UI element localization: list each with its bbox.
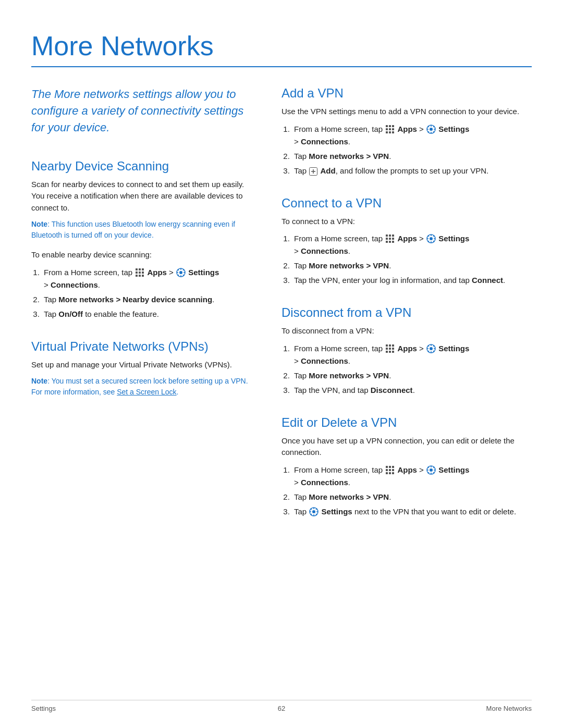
step-item: Tap the VPN, enter your log in informati…	[292, 274, 532, 287]
step-item: From a Home screen, tap	[292, 232, 532, 257]
svg-rect-19	[386, 125, 388, 127]
svg-rect-22	[386, 128, 388, 130]
note-nearby: Note: This function uses Bluetooth low e…	[31, 219, 250, 241]
apps-icon	[385, 125, 395, 134]
step-item: Tap	[292, 505, 532, 518]
svg-point-70	[430, 347, 433, 350]
settings-icon	[176, 268, 186, 277]
step-item: Tap the VPN, and tap Disconnect.	[292, 384, 532, 397]
svg-rect-42	[389, 235, 391, 237]
svg-rect-48	[389, 241, 391, 243]
svg-rect-62	[392, 344, 394, 347]
step-item: Tap More networks > VPN.	[292, 260, 532, 272]
svg-rect-65	[392, 348, 394, 350]
section-title-vpns: Virtual Private Networks (VPNs)	[31, 339, 250, 354]
settings-icon	[426, 234, 436, 243]
step-item: Tap More networks > VPN.	[292, 369, 532, 382]
svg-point-99	[312, 510, 315, 513]
svg-rect-20	[389, 125, 391, 127]
section-add-vpn: Add a VPN Use the VPN settings menu to a…	[282, 86, 532, 177]
svg-rect-87	[392, 472, 394, 474]
svg-rect-43	[392, 235, 394, 237]
svg-rect-85	[386, 472, 388, 474]
page-container: More Networks The More networks settings…	[0, 0, 563, 578]
steps-list-disconnect-vpn: From a Home screen, tap	[292, 342, 532, 397]
section-connect-vpn: Connect to a VPN To connect to a VPN: Fr…	[282, 196, 532, 287]
step-item: Tap More networks > VPN.	[292, 491, 532, 503]
svg-rect-81	[392, 466, 394, 468]
title-divider	[31, 66, 532, 67]
settings-icon	[426, 125, 436, 134]
svg-rect-41	[386, 235, 388, 237]
settings-icon	[426, 344, 436, 353]
svg-rect-5	[142, 272, 144, 274]
svg-rect-26	[389, 131, 391, 133]
page-title: More Networks	[31, 31, 532, 61]
section-body-disconnect-vpn: To disconnect from a VPN:	[282, 325, 532, 337]
svg-rect-46	[392, 238, 394, 240]
svg-rect-86	[389, 472, 391, 474]
steps-list-nearby: From a Home screen, tap	[42, 266, 250, 320]
steps-list-add-vpn: From a Home screen, tap	[292, 123, 532, 177]
section-vpns: Virtual Private Networks (VPNs) Set up a…	[31, 339, 250, 398]
svg-point-51	[430, 237, 433, 240]
svg-rect-27	[392, 131, 394, 133]
svg-rect-45	[389, 238, 391, 240]
footer-page-number: 62	[278, 705, 285, 712]
svg-rect-23	[389, 128, 391, 130]
svg-point-10	[179, 271, 182, 274]
footer-left: Settings	[31, 705, 56, 712]
svg-point-89	[430, 468, 433, 472]
step-item: From a Home screen, tap	[292, 123, 532, 148]
svg-rect-6	[136, 275, 138, 277]
svg-rect-49	[392, 241, 394, 243]
svg-rect-66	[386, 351, 388, 353]
svg-rect-68	[392, 351, 394, 353]
step-item: From a Home screen, tap	[292, 464, 532, 489]
svg-point-29	[430, 128, 433, 131]
section-title-disconnect-vpn: Disconnect from a VPN	[282, 305, 532, 320]
steps-list-edit-delete-vpn: From a Home screen, tap	[292, 464, 532, 518]
svg-rect-60	[386, 344, 388, 347]
apps-icon	[385, 234, 395, 243]
step-item: Tap Add, and follow the prompts to set u…	[292, 165, 532, 177]
svg-rect-24	[392, 128, 394, 130]
right-column: Add a VPN Use the VPN settings menu to a…	[282, 86, 532, 537]
svg-rect-2	[142, 268, 144, 270]
step-item: Tap More networks > VPN.	[292, 150, 532, 163]
svg-rect-21	[392, 125, 394, 127]
svg-rect-61	[389, 344, 391, 347]
svg-rect-0	[136, 268, 138, 270]
step-item: Tap On/Off to enable the feature.	[42, 308, 250, 320]
svg-rect-7	[139, 275, 141, 277]
note-vpns: Note: You must set a secured screen lock…	[31, 376, 250, 398]
svg-rect-25	[386, 131, 388, 133]
intro-paragraph: The More networks settings allow you to …	[31, 86, 250, 136]
section-body-connect-vpn: To connect to a VPN:	[282, 216, 532, 228]
svg-rect-1	[139, 268, 141, 270]
step-item: From a Home screen, tap	[292, 342, 532, 367]
apps-icon	[385, 344, 395, 353]
apps-icon	[385, 465, 395, 475]
svg-rect-4	[139, 272, 141, 274]
svg-rect-67	[389, 351, 391, 353]
section-edit-delete-vpn: Edit or Delete a VPN Once you have set u…	[282, 415, 532, 518]
section-body-vpns: Set up and manage your Virtual Private N…	[31, 359, 250, 371]
svg-rect-8	[142, 275, 144, 277]
svg-rect-3	[136, 272, 138, 274]
step-item: From a Home screen, tap	[42, 266, 250, 291]
section-title-add-vpn: Add a VPN	[282, 86, 532, 101]
section-title-edit-delete-vpn: Edit or Delete a VPN	[282, 415, 532, 430]
svg-rect-64	[389, 348, 391, 350]
settings-icon	[426, 465, 436, 475]
section-title-nearby: Nearby Device Scanning	[31, 159, 250, 174]
left-column: The More networks settings allow you to …	[31, 86, 250, 537]
svg-rect-44	[386, 238, 388, 240]
section-nearby-device-scanning: Nearby Device Scanning Scan for nearby d…	[31, 159, 250, 320]
svg-rect-47	[386, 241, 388, 243]
svg-rect-80	[389, 466, 391, 468]
add-icon	[309, 167, 317, 175]
svg-rect-63	[386, 348, 388, 350]
step-item: Tap More networks > Nearby device scanni…	[42, 293, 250, 306]
screen-lock-link[interactable]: Set a Screen Lock	[117, 388, 176, 396]
